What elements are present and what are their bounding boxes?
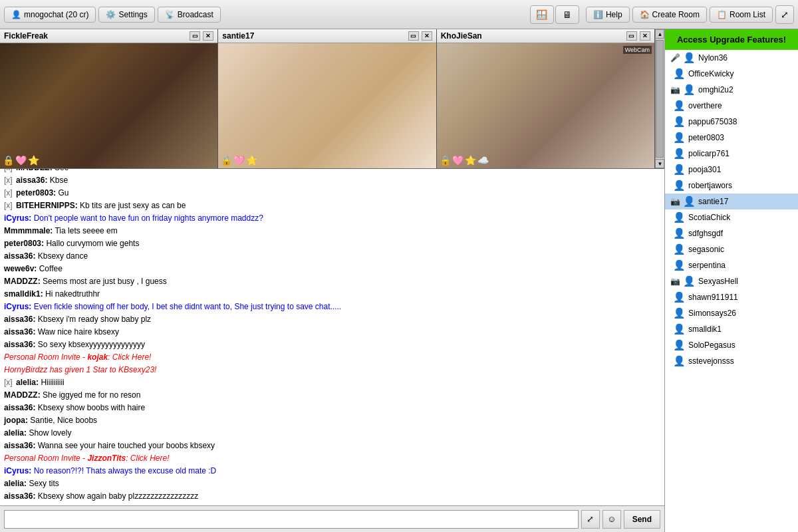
video-scroll-thumb[interactable] — [656, 40, 664, 158]
video-minimize-1[interactable]: ▭ — [190, 31, 200, 41]
video-close-2[interactable]: ✕ — [422, 31, 432, 41]
username-label: sstevejonsss — [688, 356, 793, 366]
video-body-1: 🔒 🩷 ⭐ — [0, 43, 217, 168]
avatar: 👤 — [673, 180, 686, 192]
user-cam-indicator: 📷 — [670, 197, 680, 206]
help-button[interactable]: ℹ️ Help — [586, 7, 630, 23]
list-item: aissa36: Kbsexy show again baby plzzzzzz… — [4, 490, 660, 502]
list-item: Mmmmmale: Tia lets seeee em — [4, 225, 660, 237]
avatar: 👤 — [673, 68, 686, 80]
avatar: 👤 — [673, 323, 686, 335]
video-minimize-3[interactable]: ▭ — [626, 31, 637, 41]
video-scroll-down[interactable]: ▼ — [655, 159, 664, 168]
create-room-button[interactable]: 🏠 Create Room — [632, 7, 707, 23]
username-label: policarp761 — [688, 149, 793, 158]
video-minimize-2[interactable]: ▭ — [408, 31, 419, 41]
username-label: robertjawors — [688, 181, 793, 190]
list-item[interactable]: 👤 robertjawors — [665, 178, 798, 194]
video-controls-3: ▭ ✕ — [626, 31, 650, 41]
avatar: 👤 — [673, 355, 686, 367]
window-icons: 🪟 🖥 — [530, 5, 579, 24]
list-item: joopa: Santie, Nice boobs — [4, 414, 660, 426]
list-item: peter0803: Hallo curvymom wie gehts — [4, 237, 660, 249]
lock-icon-3: 🔒 — [440, 155, 451, 166]
list-item[interactable]: 👤 overthere — [665, 98, 798, 114]
list-item: iCyrus: Don't people want to have fun on… — [4, 212, 660, 224]
help-icon: ℹ️ — [593, 10, 603, 19]
user-button[interactable]: 👤 mnogochat (20 cr) — [4, 7, 96, 23]
username-label: Nylon36 — [698, 53, 793, 63]
list-item: wewe6v: Coffee — [4, 263, 660, 275]
user-cam-indicator: 📷 — [670, 85, 680, 94]
list-item[interactable]: 👤 segasonic — [665, 241, 798, 257]
chat-input[interactable] — [4, 510, 579, 529]
fullscreen-icon[interactable]: ⤢ — [775, 5, 794, 24]
avatar: 👤 — [683, 52, 696, 64]
list-item: aissa36: Waw nice haire kbsexy — [4, 326, 660, 338]
list-item: alelia: Sexy tits — [4, 477, 660, 489]
avatar: 👤 — [673, 307, 686, 319]
list-item: [x] peter0803: Gu — [4, 187, 660, 199]
video-username-1: FickleFreak — [4, 31, 48, 41]
list-item[interactable]: 📷 👤 SexyasHell — [665, 273, 798, 289]
list-item[interactable]: 👤 OfficeKwicky — [665, 66, 798, 82]
list-item: smalldik1: Hi nakedtruthhr — [4, 288, 660, 300]
username-label: pooja301 — [688, 165, 793, 174]
avatar: 👤 — [673, 148, 686, 160]
list-item[interactable]: 👤 sstevejonsss — [665, 353, 798, 369]
list-item[interactable]: 👤 sdfghsgdf — [665, 225, 798, 241]
create-room-label: Create Room — [652, 10, 700, 19]
list-item: aissa36: So sexy kbsexyyyyyyyyyyyyyy — [4, 338, 660, 350]
emoticon-icon[interactable]: ☺ — [602, 510, 621, 529]
video-close-1[interactable]: ✕ — [203, 31, 213, 41]
heart-icon-3: 🩷 — [452, 155, 464, 166]
username-label: peter0803 — [688, 133, 793, 142]
list-item: MADDZZ: Seems most are just busy , I gue… — [4, 275, 660, 287]
create-room-icon: 🏠 — [640, 10, 650, 19]
list-item[interactable]: 👤 peter0803 — [665, 130, 798, 146]
user-list[interactable]: 🎤 👤 Nylon36 👤 OfficeKwicky 📷 👤 omghi2u2 … — [665, 50, 798, 532]
video-scroll-up[interactable]: ▲ — [655, 29, 664, 39]
username-label: ScotiaChick — [688, 213, 793, 222]
list-item[interactable]: 👤 shawn911911 — [665, 289, 798, 305]
video-close-3[interactable]: ✕ — [640, 31, 650, 41]
list-item[interactable]: 👤 SoloPegasus — [665, 337, 798, 353]
chat-input-bar: ⤢ ☺ Send — [0, 505, 664, 532]
list-item[interactable]: 👤 ScotiaChick — [665, 209, 798, 225]
upgrade-banner[interactable]: Access Upgrade Features! — [665, 29, 798, 50]
chat-area: FickleFreak ▭ ✕ 🔒 🩷 ⭐ sant — [0, 29, 665, 532]
list-item[interactable]: 👤 Simonsays26 — [665, 305, 798, 321]
main-layout: FickleFreak ▭ ✕ 🔒 🩷 ⭐ sant — [0, 29, 798, 532]
monitor-icon[interactable]: 🖥 — [555, 5, 579, 24]
list-item: iCyrus: No reason?!?! Thats always the e… — [4, 465, 660, 477]
username-label: shawn911911 — [688, 293, 793, 302]
list-item[interactable]: 👤 smalldik1 — [665, 321, 798, 337]
settings-label: Settings — [118, 10, 147, 19]
list-item: [x] aissa36: Kbse — [4, 174, 660, 186]
avatar: 👤 — [673, 339, 686, 351]
list-item[interactable]: 📷 👤 santie17 — [665, 194, 798, 209]
toolbar: 👤 mnogochat (20 cr) ⚙️ Settings 📡 Broadc… — [0, 0, 798, 29]
settings-button[interactable]: ⚙️ Settings — [98, 7, 154, 23]
send-button[interactable]: Send — [624, 510, 660, 529]
video-username-2: santie17 — [222, 31, 254, 41]
broadcast-button[interactable]: 📡 Broadcast — [158, 7, 221, 23]
list-item[interactable]: 🎤 👤 Nylon36 — [665, 50, 798, 66]
list-item[interactable]: 👤 pooja301 — [665, 162, 798, 178]
avatar: 👤 — [673, 164, 686, 176]
video-body-3: 🔒 🩷 ⭐ ☁️ WebCam — [437, 43, 654, 168]
cloud-icon-3: ☁️ — [477, 155, 489, 166]
list-item[interactable]: 👤 policarp761 — [665, 146, 798, 162]
list-item[interactable]: 👤 pappu675038 — [665, 114, 798, 130]
list-item: HornyBirdzz has given 1 Star to KBsexy23… — [4, 364, 660, 376]
video-overlay-icons-1: 🔒 🩷 ⭐ — [3, 155, 39, 166]
chat-messages[interactable]: [x] Mmmmmale: wewe6v: Frick [x] wewe6v: … — [0, 169, 664, 505]
video-controls-1: ▭ ✕ — [190, 31, 213, 41]
list-item[interactable]: 📷 👤 omghi2u2 — [665, 82, 798, 98]
windows-icon[interactable]: 🪟 — [530, 5, 554, 24]
toolbar-right: 🪟 🖥 ℹ️ Help 🏠 Create Room 📋 Room List ⤢ — [530, 5, 794, 24]
room-list-button[interactable]: 📋 Room List — [710, 7, 773, 23]
video-body-2: 🔒 🩷 ⭐ — [218, 43, 436, 168]
list-item[interactable]: 👤 serpentina — [665, 257, 798, 273]
expand-icon[interactable]: ⤢ — [581, 510, 600, 529]
